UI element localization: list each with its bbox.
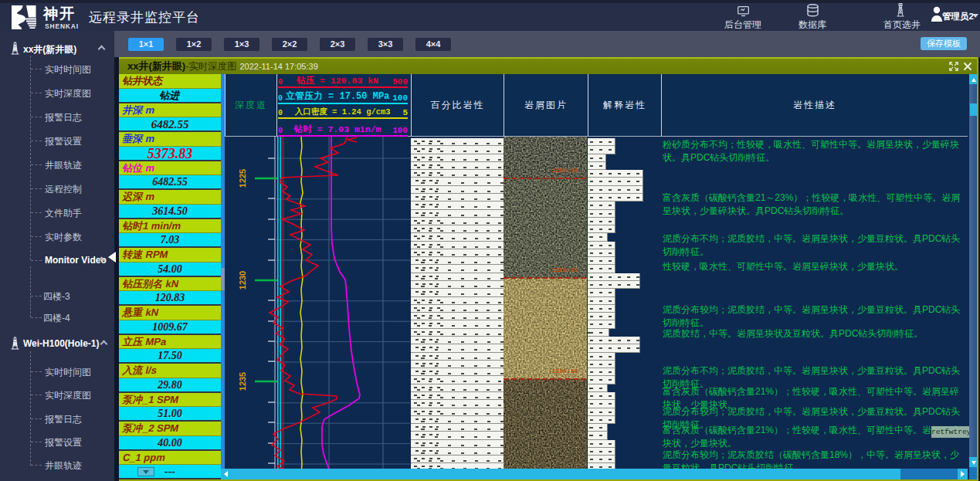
svg-text:1234.16: 1234.16	[551, 368, 578, 374]
svg-text:1230: 1230	[238, 271, 247, 290]
svg-text:1225: 1225	[238, 169, 247, 188]
svg-text:1224.34: 1224.34	[551, 167, 578, 174]
svg-text:1229.25: 1229.25	[551, 266, 578, 273]
svg-text:1235: 1235	[238, 372, 247, 391]
